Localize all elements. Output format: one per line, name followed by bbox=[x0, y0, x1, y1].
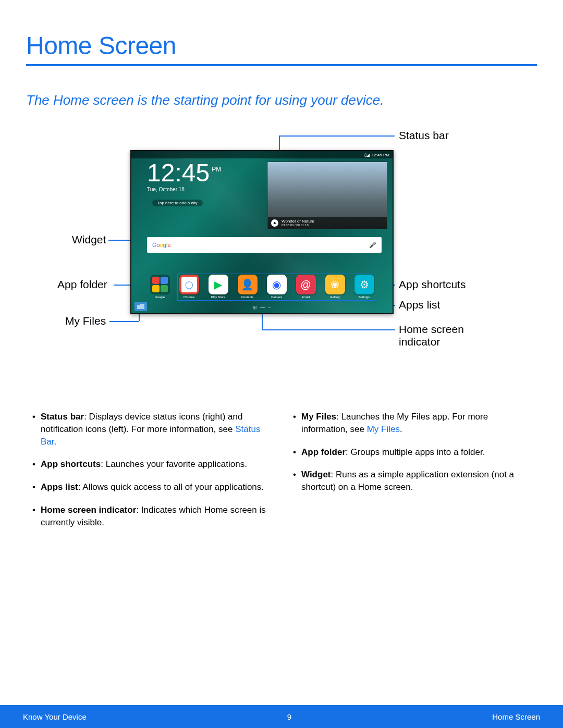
app-icon: ◯ bbox=[179, 275, 199, 294]
video-widget: ▶ Wonder of Nature 03:05:00 / 00:01:10 bbox=[267, 162, 387, 229]
app-gallery: ❀Gallery bbox=[324, 275, 346, 299]
app-contacts: 👤Contacts bbox=[237, 275, 259, 299]
footer: Know Your Device 9 Home Screen bbox=[0, 705, 563, 728]
video-title: Wonder of Nature bbox=[282, 219, 384, 224]
app-settings: ⚙Settings bbox=[353, 275, 375, 299]
clock-time: 12:45 bbox=[147, 161, 210, 186]
app-label: Email bbox=[302, 295, 310, 299]
callout-line bbox=[279, 135, 395, 137]
bullet-item: App shortcuts: Launches your favorite ap… bbox=[31, 458, 271, 471]
folder-icon bbox=[150, 275, 170, 294]
bullet-list-left: Status bar: Displays device status icons… bbox=[31, 411, 271, 529]
indicator-dot: – bbox=[268, 305, 271, 310]
title-rule bbox=[26, 64, 537, 66]
app-icon: ❀ bbox=[325, 275, 345, 294]
page-indicator: ⊞ — – bbox=[253, 305, 271, 310]
bullet-item: Apps list: Allows quick access to all of… bbox=[31, 481, 271, 493]
page-title: Home Screen bbox=[26, 31, 537, 60]
clock-tap-hint: Tap here to add a city bbox=[152, 200, 203, 206]
app-label: Play Store bbox=[211, 295, 226, 299]
app-icon: ▶ bbox=[209, 275, 228, 294]
clock-ampm: PM bbox=[212, 166, 221, 173]
callout-status-bar: Status bar bbox=[399, 129, 449, 142]
my-files-icon bbox=[134, 302, 147, 311]
bullet-item: Status bar: Displays device status icons… bbox=[31, 411, 271, 448]
device-status-bar: ▯◢ 12:45 PM bbox=[131, 151, 393, 158]
app-email: @Email bbox=[295, 275, 317, 299]
app-icon: ⚙ bbox=[354, 275, 374, 294]
app-label: Google bbox=[155, 295, 165, 299]
app-label: Camera bbox=[271, 295, 282, 299]
app-play-store: ▶Play Store bbox=[207, 275, 229, 299]
callout-widget: Widget bbox=[72, 233, 106, 246]
app-label: Settings bbox=[359, 295, 370, 299]
footer-page-number: 9 bbox=[287, 712, 291, 721]
mic-icon: 🎤 bbox=[369, 242, 376, 249]
bullet-list-right: My Files: Launches the My Files app. For… bbox=[292, 411, 532, 493]
app-icon: 👤 bbox=[238, 275, 258, 294]
bullet-term: App folder bbox=[301, 447, 346, 457]
video-time: 03:05:00 / 00:01:10 bbox=[282, 224, 384, 227]
app-label: Contacts bbox=[241, 295, 254, 299]
bullet-item: App folder: Groups multiple apps into a … bbox=[292, 446, 532, 459]
clock-widget: 12:45PM Tue, October 18 Tap here to add … bbox=[147, 161, 221, 206]
clock-date: Tue, October 18 bbox=[147, 187, 221, 192]
footer-left: Know Your Device bbox=[23, 712, 87, 721]
indicator-dot: — bbox=[260, 305, 265, 310]
bullet-term: Apps list bbox=[41, 482, 78, 492]
bullet-term: Widget bbox=[301, 470, 331, 479]
callout-line bbox=[262, 312, 263, 329]
app-chrome: ◯Chrome bbox=[178, 275, 200, 299]
tablet-screenshot: ▯◢ 12:45 PM 12:45PM Tue, October 18 Tap … bbox=[130, 150, 394, 314]
signal-icon: ▯◢ bbox=[364, 153, 370, 157]
app-icon: ◉ bbox=[267, 275, 287, 294]
bullet-term: Status bar bbox=[41, 412, 84, 422]
play-icon: ▶ bbox=[271, 219, 278, 227]
bullet-term: Home screen indicator bbox=[41, 505, 136, 515]
bullet-item: Home screen indicator: Indicates which H… bbox=[31, 504, 271, 529]
status-time: 12:45 PM bbox=[372, 153, 389, 157]
bullet-item: My Files: Launches the My Files app. For… bbox=[292, 411, 532, 436]
app-icon: @ bbox=[296, 275, 316, 294]
apps-list-indicator-icon: ⊞ bbox=[253, 305, 257, 310]
bullet-item: Widget: Runs as a simple application ext… bbox=[292, 468, 532, 493]
app-label: Chrome bbox=[183, 295, 194, 299]
callout-apps-list: Apps list bbox=[399, 299, 440, 311]
callout-my-files: My Files bbox=[65, 315, 106, 327]
app-camera: ◉Camera bbox=[266, 275, 288, 299]
callout-app-folder: App folder bbox=[57, 278, 107, 291]
link-my-files[interactable]: My Files bbox=[367, 424, 400, 434]
callout-line bbox=[262, 329, 395, 330]
app-google: Google bbox=[149, 275, 171, 299]
app-dock: Google◯Chrome▶Play Store👤Contacts◉Camera… bbox=[131, 275, 393, 299]
app-label: Gallery bbox=[330, 295, 340, 299]
diagram: Status bar Widget App folder My Files Ap… bbox=[36, 129, 527, 379]
google-search-widget: Google 🎤 bbox=[147, 237, 382, 253]
bullet-term: App shortcuts bbox=[41, 459, 101, 469]
description-columns: Status bar: Displays device status icons… bbox=[26, 411, 537, 539]
footer-right: Home Screen bbox=[492, 712, 540, 721]
callout-line bbox=[109, 321, 139, 322]
bullet-term: My Files bbox=[301, 412, 336, 422]
subtitle: The Home screen is the starting point fo… bbox=[26, 92, 537, 108]
google-logo: Google bbox=[152, 242, 171, 248]
callout-app-shortcuts: App shortcuts bbox=[399, 278, 466, 291]
callout-home-indicator: Home screen indicator bbox=[399, 323, 493, 348]
link-status-bar[interactable]: Status Bar bbox=[41, 424, 260, 447]
